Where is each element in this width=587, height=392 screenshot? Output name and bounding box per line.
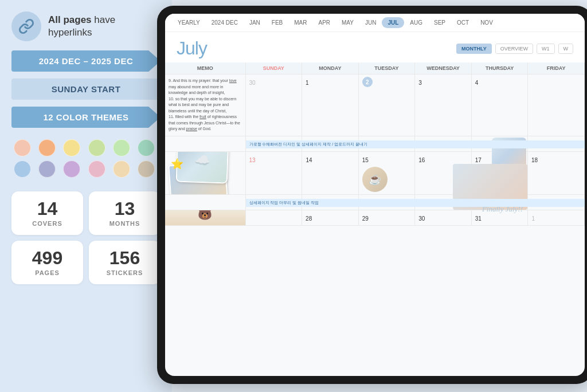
covers-label: COVERS <box>32 220 62 227</box>
col-wed: WEDNESDAY <box>415 62 472 75</box>
cal-cell-14: 14 <box>302 152 358 195</box>
memo-cell-5: 🐻 My Bear Cookies <box>165 210 245 226</box>
date-3: 3 <box>418 80 422 86</box>
pages-label: PAGES <box>35 269 60 276</box>
hyperlinks-bold: All pages <box>48 14 92 25</box>
nav-apr[interactable]: APR <box>312 17 336 28</box>
coffee-photo: ☕ <box>362 167 388 192</box>
date-13: 13 <box>249 157 256 163</box>
tablet-container: YEARLY 2024 DEC JAN FEB MAR APR MAY JUN … <box>157 6 587 384</box>
nav-jul[interactable]: JUL <box>382 17 404 28</box>
color-dot-6 <box>138 139 155 156</box>
sunday-start-banner: SUNDAY START <box>11 79 161 100</box>
months-label: MONTHS <box>109 220 140 227</box>
months-number: 13 <box>115 199 135 218</box>
color-dot-4 <box>88 139 105 156</box>
event-bar-week2: 가로형 수채화버전 디자인 및 상세페이지 제작 / 업로드까지 끝내기 <box>246 140 585 148</box>
nav-aug[interactable]: AUG <box>404 17 428 28</box>
cal-cell-30b: 30 <box>415 210 472 226</box>
date-30-prev: 30 <box>249 80 256 86</box>
tab-overview[interactable]: OVERVIEW <box>495 44 533 54</box>
tab-monthly[interactable]: MONTHLY <box>456 44 492 54</box>
date-2-today: 2 <box>362 77 373 87</box>
nav-feb[interactable]: FEB <box>266 17 288 28</box>
hyperlinks-row: All pages havehyperlinks <box>11 11 161 41</box>
nav-dec[interactable]: 2024 DEC <box>206 17 244 28</box>
stickers-label: STICKERS <box>107 269 143 276</box>
cal-cell-29: 29 <box>358 210 415 226</box>
memo-cell-1: 9. And this is my prayer: that your love… <box>165 75 245 136</box>
nav-mar[interactable]: MAR <box>288 17 312 28</box>
col-mon: MONDAY <box>302 62 359 75</box>
covers-number: 14 <box>37 199 58 218</box>
month-title: July <box>177 38 207 59</box>
event-bar-week4: 상세페이지 작업 마무리 및 썸네일 작업 <box>246 199 585 207</box>
cal-cell-1: 1 <box>302 75 359 136</box>
stat-covers: 14 COVERS <box>11 191 83 235</box>
week3-spanning: 13 14 15 ☕ 16 <box>245 152 585 195</box>
table-row: 20 21 22 23 Finally July!! <box>165 195 585 210</box>
hyperlinks-text: All pages havehyperlinks <box>48 14 115 39</box>
nav-may[interactable]: MAY <box>336 17 359 28</box>
stickers-number: 156 <box>109 249 140 267</box>
cal-cell-13: 13 <box>246 152 302 195</box>
color-dot-3 <box>63 139 80 156</box>
date-15: 15 <box>362 157 369 163</box>
tab-w[interactable]: W <box>558 44 574 54</box>
nav-jan[interactable]: JAN <box>244 17 266 28</box>
color-dot-2 <box>38 139 56 156</box>
date-31: 31 <box>475 215 482 222</box>
nav-jun[interactable]: JUN <box>359 17 382 28</box>
cal-cell-5 <box>528 75 585 136</box>
date-1b: 1 <box>531 215 535 222</box>
cal-cell-3: 3 <box>415 75 472 136</box>
date-17: 17 <box>475 157 482 163</box>
date-4: 4 <box>475 80 479 86</box>
col-sun: SUNDAY <box>245 62 302 75</box>
cookie-photo: 🐻 My Bear Cookies <box>165 210 245 225</box>
date-29: 29 <box>362 215 369 222</box>
color-dot-11 <box>113 160 130 178</box>
cal-cell-18: 18 <box>528 152 584 195</box>
memo-cell-3: ⭐ ☁️ <box>165 152 245 195</box>
cal-cell-2: 2 <box>358 75 415 136</box>
date-28: 28 <box>306 215 312 222</box>
calendar-nav: YEARLY 2024 DEC JAN FEB MAR APR MAY JUN … <box>165 14 585 32</box>
tablet-frame: YEARLY 2024 DEC JAN FEB MAR APR MAY JUN … <box>157 6 587 384</box>
color-grid <box>11 135 161 182</box>
date-1: 1 <box>306 80 309 86</box>
color-themes-banner: 12 COLOR THEMES <box>11 107 161 128</box>
date-14: 14 <box>306 157 312 163</box>
memo-cell-2 <box>165 136 245 152</box>
week4-spanning: 20 21 22 23 Finally July!! <box>245 195 585 210</box>
color-dot-8 <box>38 160 56 178</box>
date-18: 18 <box>531 157 538 163</box>
nav-nov[interactable]: NOV <box>475 17 499 28</box>
nav-oct[interactable]: OCT <box>451 17 475 28</box>
nav-sep[interactable]: SEP <box>428 17 451 28</box>
stat-pages: 499 PAGES <box>11 241 83 284</box>
tablet-screen: YEARLY 2024 DEC JAN FEB MAR APR MAY JUN … <box>165 14 585 376</box>
col-thu: THURSDAY <box>471 62 528 75</box>
stats-grid: 14 COVERS 13 MONTHS 499 PAGES 156 STICKE… <box>11 191 161 284</box>
pages-number: 499 <box>32 249 62 267</box>
color-dot-7 <box>14 160 31 178</box>
link-icon <box>11 11 41 41</box>
left-panel: All pages havehyperlinks 2024 DEC – 2025… <box>0 0 172 392</box>
cal-cell-30: 30 <box>245 75 302 136</box>
color-dot-10 <box>88 160 105 178</box>
date-16: 16 <box>418 157 425 163</box>
cal-cell-28: 28 <box>302 210 359 226</box>
color-dot-5 <box>113 139 130 156</box>
date-30b: 30 <box>418 215 425 222</box>
tab-w1[interactable]: W1 <box>537 44 555 54</box>
color-dot-9 <box>63 160 80 178</box>
week2-spanning: 6 7 8 9 10 <box>245 136 585 152</box>
date-range-banner: 2024 DEC – 2025 DEC <box>11 50 161 72</box>
stat-months: 13 MONTHS <box>89 191 161 235</box>
color-dot-12 <box>138 160 155 178</box>
cal-cell-4: 4 <box>471 75 528 136</box>
nav-yearly[interactable]: YEARLY <box>172 17 206 28</box>
col-fri: FRIDAY <box>528 62 585 75</box>
cal-cell-27: 27 <box>245 210 302 226</box>
